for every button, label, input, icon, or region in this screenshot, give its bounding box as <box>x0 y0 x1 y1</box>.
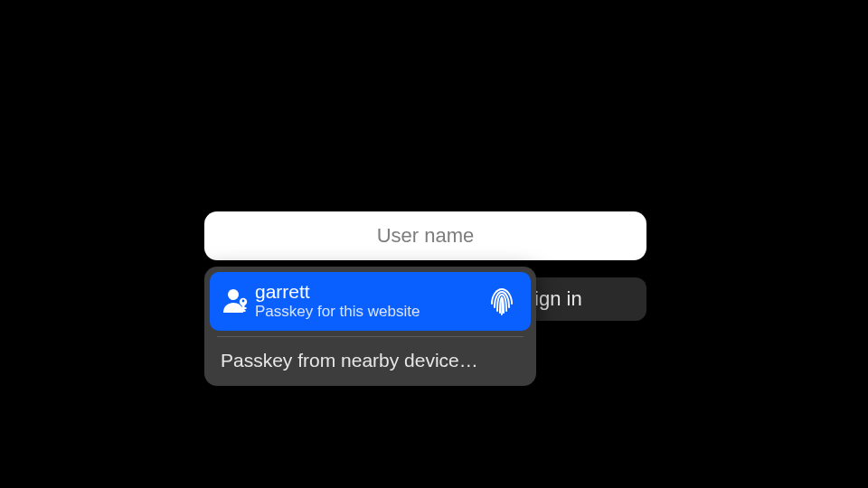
user-passkey-icon <box>219 286 255 316</box>
svg-point-0 <box>228 289 239 300</box>
svg-rect-5 <box>242 310 246 312</box>
passkey-option-text: garrett Passkey for this website <box>255 281 482 322</box>
passkey-option-selected[interactable]: garrett Passkey for this website <box>210 272 531 331</box>
fingerprint-icon <box>482 284 522 318</box>
passkey-username: garrett <box>255 281 482 303</box>
passkey-nearby-device-option[interactable]: Passkey from nearby device… <box>204 337 536 386</box>
passkey-subtitle: Passkey for this website <box>255 303 482 321</box>
username-input[interactable] <box>204 211 646 260</box>
svg-point-2 <box>242 300 245 303</box>
svg-rect-4 <box>242 307 247 309</box>
passkey-autofill-popup: garrett Passkey for this website Passkey… <box>204 267 536 386</box>
